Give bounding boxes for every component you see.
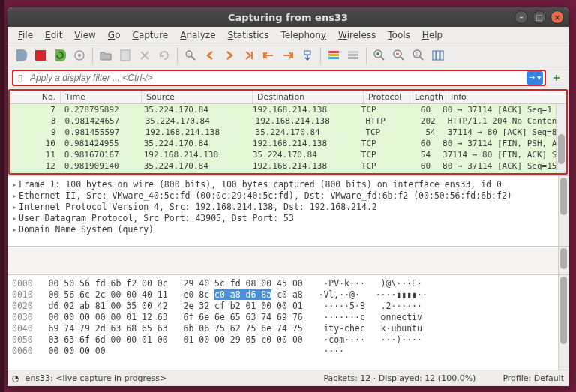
status-profile[interactable]: Profile: Default <box>502 373 564 383</box>
hex-row[interactable]: 0020 d6 02 ab 81 00 35 00 42 2e 32 cf b2… <box>12 301 564 312</box>
packet-details: ▸Frame 1: 100 bytes on wire (800 bits), … <box>8 175 568 246</box>
menu-capture[interactable]: Capture <box>128 28 172 42</box>
menu-analyze[interactable]: Analyze <box>176 28 220 42</box>
add-filter-button[interactable]: ＋ <box>549 70 564 85</box>
hex-row[interactable]: 0060 00 00 00 00 ···· <box>12 346 564 357</box>
close-file-button[interactable] <box>136 46 154 64</box>
menubar: File Edit View Go Capture Analyze Statis… <box>8 27 568 43</box>
col-no[interactable]: No. <box>10 91 61 103</box>
colorize-button[interactable] <box>325 46 343 64</box>
go-first-button[interactable] <box>260 46 278 64</box>
go-back-button[interactable] <box>201 46 219 64</box>
svg-rect-10 <box>304 51 310 55</box>
col-source[interactable]: Source <box>142 91 253 103</box>
zoom-out-button[interactable] <box>390 46 408 64</box>
svg-rect-28 <box>436 51 440 60</box>
reload-button[interactable] <box>155 46 173 64</box>
stop-capture-button[interactable] <box>32 46 50 64</box>
zoom-reset-button[interactable]: 1 <box>410 46 428 64</box>
detail-row[interactable]: ▸Domain Name System (query) <box>12 224 564 235</box>
svg-rect-13 <box>328 57 339 59</box>
col-info[interactable]: Info <box>446 91 566 103</box>
packet-list-header: No. Time Source Destination Protocol Len… <box>10 91 566 104</box>
detail-row[interactable]: ▸User Datagram Protocol, Src Port: 43905… <box>12 213 564 224</box>
go-last-button[interactable] <box>279 46 297 64</box>
find-packet-button[interactable] <box>182 46 200 64</box>
svg-rect-14 <box>348 51 358 53</box>
svg-rect-11 <box>328 51 339 53</box>
apply-filter-button[interactable]: → ▾ <box>526 71 543 85</box>
hex-scrollbar[interactable] <box>558 275 568 370</box>
hex-row[interactable]: 0010 00 56 6c 2c 00 00 40 11 e0 8c c0 a8… <box>12 289 564 301</box>
gap-scrollbar[interactable] <box>558 247 568 274</box>
status-interface: ens33: <live capture in progress> <box>26 373 167 383</box>
svg-rect-3 <box>121 50 130 61</box>
col-time[interactable]: Time <box>61 91 142 103</box>
hex-row[interactable]: 0000 00 50 56 fd 6b f2 00 0c 29 40 5c fd… <box>12 278 564 289</box>
nocolor-button[interactable] <box>344 46 362 64</box>
svg-line-25 <box>420 57 423 60</box>
menu-edit[interactable]: Edit <box>40 28 67 42</box>
menu-tools[interactable]: Tools <box>383 28 415 42</box>
svg-line-5 <box>191 56 195 60</box>
packet-row[interactable]: 100.98142495535.224.170.84192.168.214.13… <box>10 138 566 149</box>
maximize-button[interactable]: □ <box>532 10 546 24</box>
packet-row[interactable]: 80.98142465735.224.170.84192.168.214.138… <box>10 115 566 127</box>
go-forward-button[interactable] <box>220 46 238 64</box>
hex-row[interactable]: 0050 03 63 6f 6d 00 00 01 00 01 00 00 29… <box>12 334 564 346</box>
zoom-in-button[interactable] <box>370 46 388 64</box>
col-length[interactable]: Length <box>410 91 446 103</box>
svg-line-18 <box>381 57 384 60</box>
packet-list: No. Time Source Destination Protocol Len… <box>8 89 568 175</box>
svg-rect-0 <box>35 50 46 61</box>
packet-scrollbar[interactable] <box>556 104 566 173</box>
menu-go[interactable]: Go <box>104 28 125 42</box>
col-protocol[interactable]: Protocol <box>364 91 410 103</box>
toolbar: 1 <box>8 43 568 67</box>
detail-row[interactable]: ▸Ethernet II, Src: VMware_40:5c:fd (00:0… <box>12 190 564 202</box>
packet-row[interactable]: 120.98190914035.224.170.84192.168.214.13… <box>10 160 566 172</box>
status-counts: Packets: 12 · Displayed: 12 (100.0%) <box>323 373 476 383</box>
autoscroll-button[interactable] <box>298 46 316 64</box>
detail-row[interactable]: ▸Frame 1: 100 bytes on wire (800 bits), … <box>12 179 564 190</box>
menu-view[interactable]: View <box>70 28 100 42</box>
packet-row[interactable]: 70.27879589235.224.170.84192.168.214.138… <box>10 104 566 115</box>
menu-file[interactable]: File <box>14 28 38 42</box>
packet-row[interactable]: 110.981670167192.168.214.13835.224.170.8… <box>10 149 566 160</box>
svg-point-2 <box>78 54 81 57</box>
svg-rect-12 <box>328 54 339 56</box>
menu-wireless[interactable]: Wireless <box>334 28 380 42</box>
svg-rect-15 <box>348 54 358 56</box>
app-window: Capturing from ens33 – □ × File Edit Vie… <box>8 7 568 386</box>
start-capture-button[interactable] <box>12 46 30 64</box>
detail-row[interactable]: ▸Internet Protocol Version 4, Src: 192.1… <box>12 202 564 213</box>
svg-line-22 <box>400 57 404 60</box>
resize-columns-button[interactable] <box>429 46 447 64</box>
svg-rect-16 <box>348 57 358 59</box>
statusbar: ◔ ens33: <live capture in progress> Pack… <box>8 370 568 386</box>
status-ready-icon: ◔ <box>12 373 20 383</box>
filter-bar: ▯ → ▾ ＋ <box>8 67 568 88</box>
details-scrollbar[interactable] <box>558 176 568 246</box>
window-title: Capturing from ens33 <box>8 12 568 23</box>
capture-options-button[interactable] <box>70 46 88 64</box>
splitter-gap <box>8 246 568 274</box>
bookmark-icon[interactable]: ▯ <box>14 73 27 83</box>
svg-text:1: 1 <box>415 52 418 58</box>
hex-row[interactable]: 0030 00 00 00 00 00 01 12 63 6f 6e 6e 65… <box>12 312 564 323</box>
col-destination[interactable]: Destination <box>253 91 364 103</box>
menu-telephony[interactable]: Telephony <box>276 28 331 42</box>
open-file-button[interactable] <box>97 46 115 64</box>
hex-row[interactable]: 0040 69 74 79 2d 63 68 65 63 6b 06 75 62… <box>12 323 564 334</box>
save-button[interactable] <box>116 46 134 64</box>
display-filter-input[interactable] <box>27 73 526 83</box>
close-button[interactable]: × <box>550 10 564 24</box>
menu-statistics[interactable]: Statistics <box>224 28 274 42</box>
packet-row[interactable]: 90.981455597192.168.214.13835.224.170.84… <box>10 127 566 138</box>
svg-rect-29 <box>440 51 443 60</box>
menu-help[interactable]: Help <box>418 28 447 42</box>
restart-capture-button[interactable] <box>51 46 69 64</box>
titlebar: Capturing from ens33 – □ × <box>8 7 568 27</box>
go-to-packet-button[interactable] <box>240 46 258 64</box>
minimize-button[interactable]: – <box>514 10 528 24</box>
